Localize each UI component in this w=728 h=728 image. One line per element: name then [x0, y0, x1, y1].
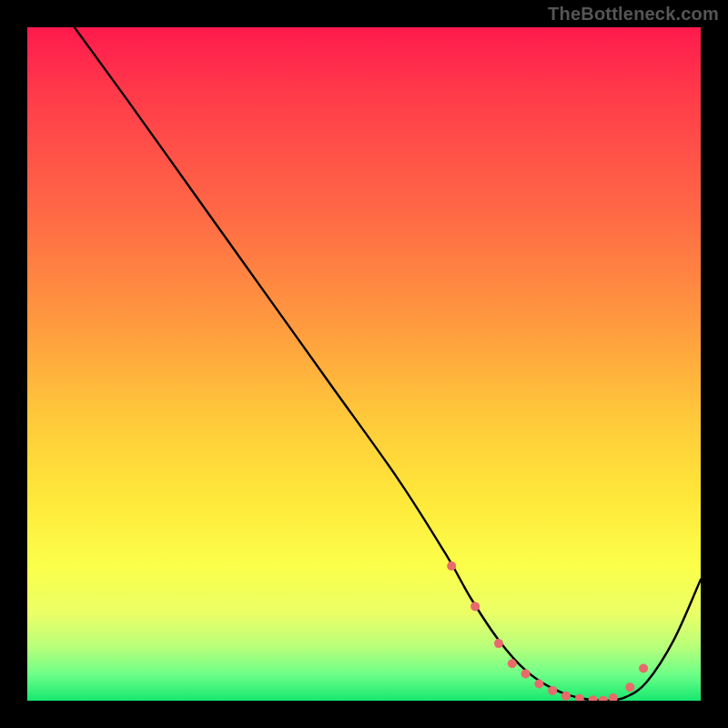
marker-point: [599, 696, 608, 701]
marker-point: [639, 663, 648, 672]
marker-point: [521, 669, 531, 678]
curve-svg: [27, 27, 701, 701]
plot-area: [27, 27, 701, 701]
chart-frame: TheBottleneck.com: [0, 0, 728, 728]
plot-inner: [27, 27, 701, 701]
marker-point: [447, 561, 456, 571]
marker-point: [534, 680, 543, 689]
marker-point: [494, 639, 503, 648]
marker-point: [508, 659, 517, 668]
marker-point: [548, 686, 557, 695]
curve-markers: [447, 561, 648, 701]
marker-point: [625, 682, 634, 692]
marker-point: [609, 693, 618, 701]
watermark-text: TheBottleneck.com: [548, 4, 719, 25]
bottleneck-curve: [75, 27, 701, 701]
marker-point: [561, 692, 571, 701]
marker-point: [470, 602, 480, 611]
marker-point: [589, 695, 598, 701]
marker-point: [575, 694, 584, 701]
